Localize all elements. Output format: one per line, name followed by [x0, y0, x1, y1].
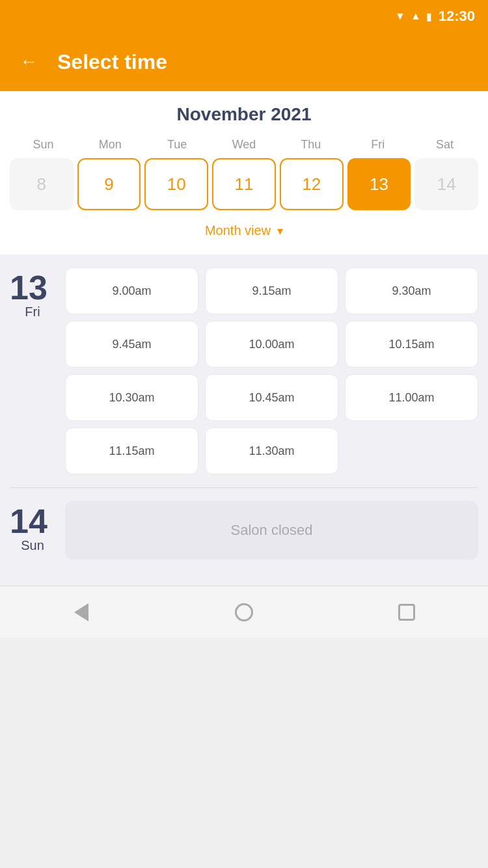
time-slot-915am[interactable]: 9.15am — [205, 267, 338, 314]
month-view-label: Month view — [205, 223, 271, 238]
time-slot-1015am[interactable]: 10.15am — [345, 321, 478, 368]
calendar-section: November 2021 Sun Mon Tue Wed Thu Fri Sa… — [0, 91, 488, 254]
wifi-icon: ▼ — [395, 10, 405, 22]
back-button[interactable]: ← — [20, 51, 38, 72]
header-wed: Wed — [211, 138, 278, 152]
time-slot-1115am[interactable]: 11.15am — [65, 427, 198, 474]
day-number-13: 13 — [10, 271, 55, 305]
salon-closed-message: Salon closed — [65, 501, 478, 560]
time-slot-1100am[interactable]: 11.00am — [345, 374, 478, 421]
day-block-14: 14 Sun Salon closed — [10, 501, 478, 560]
day-label-14: 14 Sun — [10, 501, 55, 553]
home-nav-icon — [235, 603, 253, 621]
bottom-nav — [0, 586, 488, 638]
day-name-fri: Fri — [10, 305, 55, 319]
day-cell-13[interactable]: 13 — [347, 158, 411, 210]
time-slot-1045am[interactable]: 10.45am — [205, 374, 338, 421]
day-cell-11[interactable]: 11 — [212, 158, 276, 210]
day-block-13: 13 Fri 9.00am 9.15am 9.30am 9.45am 10.00… — [10, 267, 478, 474]
status-bar: ▼ ▲ ▮ 12:30 — [0, 0, 488, 33]
week-row: 8 9 10 11 12 13 14 — [0, 158, 488, 217]
day-cell-14[interactable]: 14 — [414, 158, 478, 210]
day-cell-10[interactable]: 10 — [144, 158, 208, 210]
status-time: 12:30 — [439, 8, 475, 25]
header-sun: Sun — [10, 138, 77, 152]
time-slot-1030am[interactable]: 10.30am — [65, 374, 198, 421]
month-year-label: November 2021 — [0, 104, 488, 125]
back-nav-button[interactable] — [68, 599, 94, 625]
day-name-sun: Sun — [10, 538, 55, 553]
day-label-13: 13 Fri — [10, 267, 55, 319]
app-header: ← Select time — [0, 33, 488, 91]
month-view-toggle[interactable]: Month view ▾ — [0, 217, 488, 248]
time-slot-900am[interactable]: 9.00am — [65, 267, 198, 314]
recents-nav-icon — [398, 604, 415, 621]
header-mon: Mon — [77, 138, 144, 152]
day-cell-8[interactable]: 8 — [10, 158, 74, 210]
day-cell-9[interactable]: 9 — [77, 158, 141, 210]
day-number-14: 14 — [10, 504, 55, 538]
time-slot-930am[interactable]: 9.30am — [345, 267, 478, 314]
recents-nav-button[interactable] — [394, 599, 420, 625]
day-divider — [10, 487, 478, 488]
time-slot-1000am[interactable]: 10.00am — [205, 321, 338, 368]
header-tue: Tue — [144, 138, 211, 152]
header-thu: Thu — [277, 138, 344, 152]
schedule-section: 13 Fri 9.00am 9.15am 9.30am 9.45am 10.00… — [0, 254, 488, 586]
header-fri: Fri — [344, 138, 411, 152]
battery-icon: ▮ — [426, 10, 432, 23]
day-headers: Sun Mon Tue Wed Thu Fri Sat — [0, 138, 488, 152]
home-nav-button[interactable] — [231, 599, 257, 625]
time-slot-945am[interactable]: 9.45am — [65, 321, 198, 368]
signal-icon: ▲ — [411, 10, 421, 22]
time-slot-1130am[interactable]: 11.30am — [205, 427, 338, 474]
chevron-down-icon: ▾ — [277, 224, 283, 238]
day-cell-12[interactable]: 12 — [280, 158, 344, 210]
time-slots-fri: 9.00am 9.15am 9.30am 9.45am 10.00am 10.1… — [65, 267, 478, 474]
header-sat: Sat — [411, 138, 478, 152]
page-title: Select time — [57, 50, 167, 74]
back-nav-icon — [74, 603, 88, 621]
